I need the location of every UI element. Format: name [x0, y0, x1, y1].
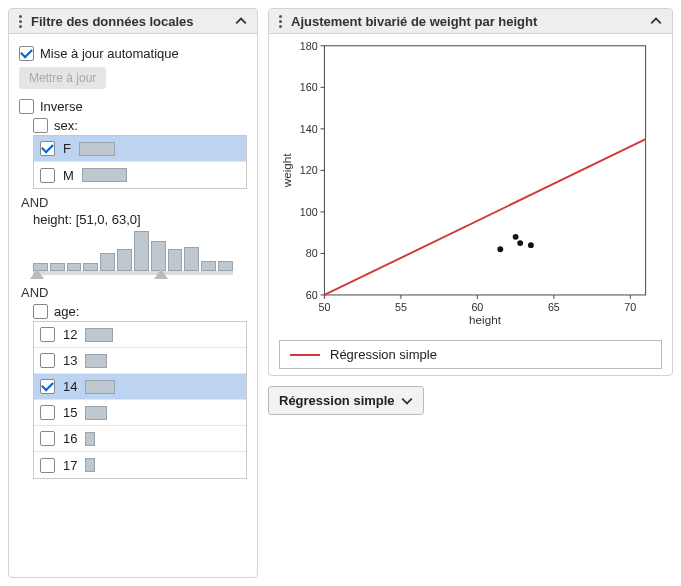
age-row-17[interactable]: 17	[34, 452, 246, 478]
inverse-label: Inverse	[40, 99, 83, 114]
age-group-checkbox[interactable]	[33, 304, 48, 319]
update-button: Mettre à jour	[19, 67, 106, 89]
regression-dropdown-label: Régression simple	[279, 393, 395, 408]
age-15-label: 15	[63, 405, 77, 420]
age-row-12[interactable]: 12	[34, 322, 246, 348]
age-17-checkbox[interactable]	[40, 458, 55, 473]
hist-bar	[100, 253, 115, 271]
svg-point-29	[517, 240, 523, 246]
sex-row-m[interactable]: M	[34, 162, 246, 188]
age-list: 121314151617	[33, 321, 247, 479]
age-15-checkbox[interactable]	[40, 405, 55, 420]
age-17-label: 17	[63, 458, 77, 473]
hist-bar	[201, 261, 216, 271]
hist-bar	[151, 241, 166, 271]
svg-text:180: 180	[300, 40, 318, 52]
svg-text:60: 60	[306, 289, 318, 301]
age-12-checkbox[interactable]	[40, 327, 55, 342]
age-13-label: 13	[63, 353, 77, 368]
height-histogram[interactable]	[33, 231, 233, 279]
age-row-15[interactable]: 15	[34, 400, 246, 426]
age-13-checkbox[interactable]	[40, 353, 55, 368]
sex-row-f[interactable]: F	[34, 136, 246, 162]
svg-text:weight: weight	[280, 153, 293, 188]
svg-text:65: 65	[548, 301, 560, 313]
auto-update-label: Mise à jour automatique	[40, 46, 179, 61]
inverse-checkbox[interactable]	[19, 99, 34, 114]
svg-point-28	[513, 234, 519, 240]
and-label-1: AND	[21, 195, 247, 210]
sex-m-checkbox[interactable]	[40, 168, 55, 183]
age-row-16[interactable]: 16	[34, 426, 246, 452]
and-label-2: AND	[21, 285, 247, 300]
chart-panel-title: Ajustement bivarié de weight par height	[291, 14, 648, 29]
svg-text:140: 140	[300, 123, 318, 135]
hist-bar	[184, 247, 199, 271]
age-14-bar	[85, 380, 115, 394]
sex-m-label: M	[63, 168, 74, 183]
svg-point-27	[497, 246, 503, 252]
sex-header: sex:	[54, 118, 78, 133]
age-row-13[interactable]: 13	[34, 348, 246, 374]
height-slider-max-handle[interactable]	[154, 269, 168, 279]
svg-text:height: height	[469, 313, 502, 326]
hist-bar	[67, 263, 82, 271]
svg-text:60: 60	[471, 301, 483, 313]
hist-bar	[83, 263, 98, 271]
age-16-checkbox[interactable]	[40, 431, 55, 446]
svg-text:160: 160	[300, 81, 318, 93]
svg-text:70: 70	[624, 301, 636, 313]
svg-text:55: 55	[395, 301, 407, 313]
hist-bar	[218, 261, 233, 271]
chart-panel: Ajustement bivarié de weight par height …	[268, 8, 673, 376]
regression-dropdown[interactable]: Régression simple	[268, 386, 424, 415]
hist-bar	[168, 249, 183, 271]
sex-f-checkbox[interactable]	[40, 141, 55, 156]
grip-icon[interactable]	[273, 15, 287, 28]
age-16-bar	[85, 432, 95, 446]
age-header: age:	[54, 304, 79, 319]
age-17-bar	[85, 458, 95, 472]
svg-text:50: 50	[318, 301, 330, 313]
svg-rect-0	[324, 46, 645, 295]
height-slider-min-handle[interactable]	[30, 269, 44, 279]
scatter-chart: 60801001201401601805055606570heightweigh…	[273, 38, 662, 330]
age-16-label: 16	[63, 431, 77, 446]
grip-icon[interactable]	[13, 15, 27, 28]
age-14-label: 14	[63, 379, 77, 394]
svg-point-30	[528, 242, 534, 248]
legend: Régression simple	[279, 340, 662, 369]
chart-area: 60801001201401601805055606570heightweigh…	[269, 34, 672, 334]
hist-bar	[50, 263, 65, 271]
svg-text:80: 80	[306, 247, 318, 259]
age-row-14[interactable]: 14	[34, 374, 246, 400]
chevron-down-icon	[401, 395, 413, 407]
age-12-bar	[85, 328, 113, 342]
height-slider-track[interactable]	[33, 271, 233, 275]
hist-bar	[134, 231, 149, 271]
filter-panel-title: Filtre des données locales	[31, 14, 233, 29]
sex-f-bar	[79, 142, 115, 156]
sex-group-checkbox[interactable]	[33, 118, 48, 133]
age-15-bar	[85, 406, 107, 420]
age-14-checkbox[interactable]	[40, 379, 55, 394]
hist-bar	[117, 249, 132, 271]
age-13-bar	[85, 354, 107, 368]
sex-f-label: F	[63, 141, 71, 156]
collapse-icon[interactable]	[648, 13, 664, 29]
legend-label: Régression simple	[330, 347, 437, 362]
svg-text:120: 120	[300, 164, 318, 176]
legend-line-icon	[290, 354, 320, 356]
sex-list: F M	[33, 135, 247, 189]
svg-text:100: 100	[300, 206, 318, 218]
filter-panel: Filtre des données locales Mise à jour a…	[8, 8, 258, 578]
age-12-label: 12	[63, 327, 77, 342]
height-range-label: height: [51,0, 63,0]	[33, 212, 247, 227]
sex-m-bar	[82, 168, 127, 182]
collapse-icon[interactable]	[233, 13, 249, 29]
auto-update-checkbox[interactable]	[19, 46, 34, 61]
svg-line-31	[324, 139, 645, 295]
